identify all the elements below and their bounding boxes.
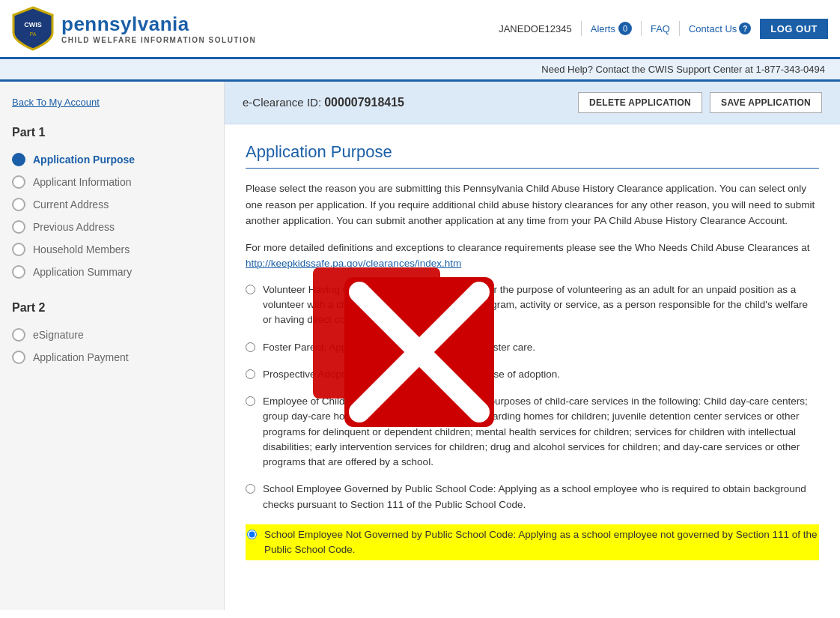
option4-radio-option: Employee of Child Care Services: Applyin… [246, 394, 819, 470]
sidebar-item-label: Household Members [33, 243, 130, 255]
divider [641, 21, 642, 36]
option1-radio[interactable] [246, 285, 255, 294]
org-subtitle: CHILD WELFARE INFORMATION SOLUTION [61, 36, 256, 44]
option6-radio-option: School Employee Not Governed by Public S… [246, 524, 819, 561]
org-name: pennsylvania [61, 13, 256, 36]
nav-dot-application-summary [12, 265, 25, 279]
nav-dot-application-payment [12, 351, 25, 364]
help-bar: Need Help? Contact the CWIS Support Cent… [0, 59, 840, 82]
part1-nav: Application Purpose Applicant Informatio… [12, 148, 212, 283]
page-title: Application Purpose [246, 142, 819, 169]
part2-heading: Part 2 [12, 301, 212, 315]
option6-label: School Employee Not Governed by Public S… [264, 527, 818, 558]
sidebar-item-label: eSignature [33, 329, 84, 341]
logout-button[interactable]: LOG OUT [760, 19, 828, 39]
sidebar-item-applicant-information[interactable]: Applicant Information [12, 171, 212, 193]
option3-label: Prospective Adoptive Parent: Applying fo… [263, 367, 560, 382]
eclearance-prefix: e-Clearance ID: [243, 96, 321, 109]
header-right: JANEDOE12345 Alerts 0 FAQ Contact Us ? L… [499, 19, 828, 39]
nav-dot-current-address [12, 198, 25, 211]
intro-p2-text: For more detailed definitions and except… [246, 242, 809, 253]
nav-dot-applicant-information [12, 175, 25, 189]
logo-text: pennsylvania CHILD WELFARE INFORMATION S… [61, 13, 256, 44]
faq-link[interactable]: FAQ [651, 23, 670, 34]
sidebar-item-household-members[interactable]: Household Members [12, 238, 212, 261]
sidebar-item-label: Applicant Information [33, 176, 132, 188]
divider [581, 21, 582, 36]
logo-area: CWIS PA pennsylvania CHILD WELFARE INFOR… [12, 6, 256, 51]
sidebar-item-application-payment[interactable]: Application Payment [12, 346, 212, 369]
intro-paragraph-2: For more detailed definitions and except… [246, 240, 819, 272]
option5-radio[interactable] [246, 484, 255, 494]
option3-radio[interactable] [246, 369, 255, 379]
sidebar-item-label: Previous Address [33, 221, 115, 233]
option1-label: Volunteer Having Contact with Children: … [263, 282, 819, 328]
option4-label: Employee of Child Care Services: Applyin… [263, 394, 819, 470]
help-text: Need Help? Contact the CWIS Support Cent… [541, 64, 825, 75]
sidebar-item-current-address[interactable]: Current Address [12, 193, 212, 216]
divider [679, 21, 680, 36]
sidebar-item-label: Application Summary [33, 266, 132, 278]
delete-application-button[interactable]: DELETE APPLICATION [578, 92, 702, 113]
sidebar-item-label: Application Payment [33, 351, 129, 363]
sidebar-item-esignature[interactable]: eSignature [12, 324, 212, 346]
sidebar-item-application-purpose[interactable]: Application Purpose [12, 148, 212, 171]
option5-radio-option: School Employee Governed by Public Schoo… [246, 482, 819, 512]
options-section: Volunteer Having Contact with Children: … [246, 282, 819, 561]
sidebar-item-application-summary[interactable]: Application Summary [12, 261, 212, 283]
user-id: JANEDOE12345 [499, 23, 572, 34]
main-layout: Back To My Account Part 1 Application Pu… [0, 82, 840, 610]
nav-dot-esignature [12, 328, 25, 342]
cwis-logo-icon: CWIS PA [12, 6, 54, 51]
content-header: e-Clearance ID: 000007918415 DELETE APPL… [225, 82, 840, 124]
option3-radio-option: Prospective Adoptive Parent: Applying fo… [246, 367, 819, 382]
nav-dot-household-members [12, 243, 25, 256]
alerts-button[interactable]: Alerts 0 [591, 22, 632, 35]
contact-label: Contact Us [689, 23, 737, 34]
option6-radio[interactable] [247, 530, 257, 539]
option2-radio-option: Foster Parent: Applying for purposes of … [246, 340, 819, 355]
option5-label: School Employee Governed by Public Schoo… [263, 482, 819, 512]
main-content: Application Purpose Please select the re… [225, 124, 840, 590]
content-area: e-Clearance ID: 000007918415 DELETE APPL… [225, 82, 840, 610]
nav-dot-previous-address [12, 220, 25, 234]
svg-text:PA: PA [30, 31, 37, 37]
alerts-count: 0 [618, 22, 632, 35]
svg-text:CWIS: CWIS [24, 21, 42, 28]
option4-radio[interactable] [246, 396, 255, 406]
alerts-label: Alerts [591, 23, 615, 34]
clearances-link[interactable]: http://keepkidssafe.pa.gov/clearances/in… [246, 258, 461, 269]
sidebar-item-label: Current Address [33, 199, 109, 210]
sidebar-item-previous-address[interactable]: Previous Address [12, 216, 212, 238]
contact-link[interactable]: Contact Us ? [689, 22, 751, 34]
option2-label: Foster Parent: Applying for purposes of … [263, 340, 535, 355]
option1-container: Volunteer Having Contact with Children: … [246, 282, 819, 328]
intro-paragraph-1: Please select the reason you are submitt… [246, 181, 819, 229]
header-buttons: DELETE APPLICATION SAVE APPLICATION [578, 92, 822, 113]
eclearance-id: e-Clearance ID: 000007918415 [243, 96, 404, 109]
info-icon: ? [739, 22, 751, 34]
header: CWIS PA pennsylvania CHILD WELFARE INFOR… [0, 0, 840, 59]
eclearance-number: 000007918415 [324, 96, 404, 109]
nav-dot-application-purpose [12, 153, 25, 166]
save-application-button[interactable]: SAVE APPLICATION [710, 92, 822, 113]
part2-nav: eSignature Application Payment [12, 324, 212, 369]
part1-heading: Part 1 [12, 126, 212, 139]
back-to-account-link[interactable]: Back To My Account [12, 97, 212, 108]
sidebar-item-label: Application Purpose [33, 154, 135, 166]
option2-radio[interactable] [246, 342, 255, 352]
option1-radio-option: Volunteer Having Contact with Children: … [246, 282, 819, 328]
sidebar: Back To My Account Part 1 Application Pu… [0, 82, 225, 610]
